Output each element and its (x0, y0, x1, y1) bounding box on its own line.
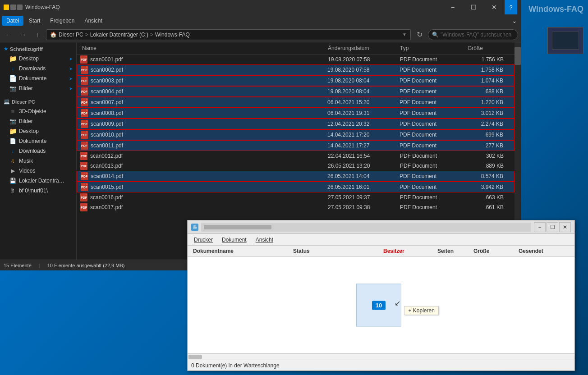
file-type: PDF Document (398, 203, 466, 211)
table-row[interactable]: PDFscan0015.pdf 26.05.2021 16:01 PDF Doc… (77, 182, 514, 192)
music-icon: ♫ (9, 157, 16, 165)
file-size: 889 KB (466, 163, 511, 169)
file-size: 2.274 KB (465, 121, 510, 127)
sidebar-item-network[interactable]: 🗎 bf 0\murf01\ (0, 186, 76, 196)
table-row[interactable]: PDFscan0014.pdf 26.05.2021 14:04 PDF Doc… (77, 171, 514, 182)
printer-scroll-thumb[interactable] (188, 355, 202, 359)
menu-ansicht[interactable]: Ansicht (80, 16, 106, 26)
status-total: 15 Elemente (4, 263, 32, 268)
path-sep-1: > (85, 32, 88, 38)
menu-datei[interactable]: Datei (2, 16, 23, 26)
printer-menu-drucker[interactable]: Drucker (189, 235, 217, 244)
printer-menu-dokument[interactable]: Dokument (217, 235, 251, 244)
table-row[interactable]: PDFscan0016.pdf 27.05.2021 09:37 PDF Doc… (77, 192, 514, 202)
menu-bar-right: ⌄ (510, 16, 519, 25)
file-name: scan0010.pdf (91, 132, 123, 138)
printer-list-header: Dokumentname Status Besitzer Seiten Größ… (188, 246, 574, 257)
table-row[interactable]: PDFscan0007.pdf 06.04.2021 15:20 PDF Doc… (77, 97, 514, 108)
table-row[interactable]: PDFscan0013.pdf 26.05.2021 13:20 PDF Doc… (77, 161, 514, 171)
printer-status-text: 0 Dokument(e) in der Warteschlange (191, 362, 280, 369)
printer-minimize-button[interactable]: − (534, 222, 546, 232)
menu-start[interactable]: Start (24, 16, 45, 26)
header-date[interactable]: Änderungsdatum (326, 44, 398, 52)
file-name: scan0007.pdf (91, 99, 123, 105)
sidebar-item-bilder-quick[interactable]: 📷 Bilder ➤ (0, 83, 76, 93)
path-dieser-pc: Dieser PC (59, 32, 83, 38)
sidebar-item-dokumente-pc[interactable]: 📄 Dokumente (0, 136, 76, 146)
sidebar-item-desktop-pc[interactable]: 📁 Desktop (0, 126, 76, 136)
image-icon-2: 📷 (9, 118, 16, 125)
header-type[interactable]: Typ (398, 44, 466, 52)
printer-menu-bar: Drucker Dokument Ansicht (188, 234, 574, 246)
download-icon-2: ↓ (9, 147, 16, 155)
folder-icon-3: 📁 (9, 128, 16, 135)
file-date: 26.05.2021 14:04 (326, 172, 398, 180)
sidebar-item-dokumente-quick[interactable]: 📄 Dokumente ➤ (0, 73, 76, 83)
search-box[interactable]: 🔍 "Windows-FAQ" durchsuchen (428, 29, 518, 40)
path-windows-faq: Windows-FAQ (155, 32, 190, 38)
maximize-button[interactable]: ☐ (463, 0, 484, 14)
sidebar-item-videos[interactable]: ▶ Videos (0, 166, 76, 176)
sidebar-label-downloads-pc: Downloads (19, 148, 46, 154)
printer-header-docname: Dokumentname (191, 247, 291, 255)
sidebar-item-bilder-pc[interactable]: 📷 Bilder (0, 116, 76, 126)
up-button[interactable]: ↑ (32, 29, 43, 41)
sidebar-item-downloads-pc[interactable]: ↓ Downloads (0, 146, 76, 156)
table-row[interactable]: PDFscan0003.pdf 19.08.2020 08:04 PDF Doc… (77, 75, 514, 86)
video-icon: ▶ (9, 167, 16, 174)
printer-menu-ansicht-label: Ansicht (256, 237, 273, 243)
sidebar-item-downloads-quick[interactable]: ↓ Downloads ➤ (0, 64, 76, 73)
header-size[interactable]: Größe (466, 44, 511, 52)
file-size: 1.758 KB (465, 67, 510, 73)
folder-icon-2: 📄 (9, 75, 16, 82)
table-row[interactable]: PDFscan0011.pdf 14.04.2021 17:27 PDF Doc… (77, 140, 514, 151)
printer-window-title (201, 223, 531, 232)
file-name: scan0001.pdf (90, 56, 123, 63)
file-name: scan0003.pdf (91, 78, 123, 84)
table-row[interactable]: PDFscan0009.pdf 12.04.2021 20:32 PDF Doc… (77, 119, 514, 129)
printer-title-controls: − ☐ ✕ (534, 222, 571, 232)
table-row[interactable]: PDFscan0012.pdf 22.04.2021 16:54 PDF Doc… (77, 151, 514, 161)
minimize-button[interactable]: − (442, 0, 463, 14)
drag-thumbnail: 10 (356, 284, 401, 327)
sidebar-item-3d-objekte[interactable]: ◾ 3D-Objekte (0, 106, 76, 116)
home-icon: 🏠 (50, 32, 57, 38)
printer-header-groesse: Größe (472, 247, 517, 255)
forward-button[interactable]: → (17, 29, 29, 41)
file-name: scan0017.pdf (90, 204, 123, 210)
refresh-button[interactable]: ↻ (413, 29, 425, 41)
quick-access-label: Schnellzugriff (10, 46, 43, 52)
file-name: scan0012.pdf (90, 153, 123, 159)
sidebar-item-desktop-quick[interactable]: 📁 Desktop ➤ (0, 54, 76, 64)
menu-freigeben[interactable]: Freigeben (46, 16, 79, 26)
copy-tooltip: + Kopieren (404, 306, 438, 315)
sidebar-label-desktop-pc: Desktop (19, 128, 39, 134)
sidebar-label-dokumente-pc: Dokumente (19, 138, 46, 144)
address-path[interactable]: 🏠 Dieser PC > Lokaler Datenträger (C:) >… (46, 29, 411, 40)
header-name[interactable]: Name (80, 44, 326, 52)
file-type: PDF Document (398, 55, 466, 64)
close-button[interactable]: ✕ (484, 0, 505, 14)
printer-horizontal-scrollbar[interactable] (188, 353, 574, 360)
path-dropdown-button[interactable]: ▼ (402, 32, 407, 37)
table-row[interactable]: PDFscan0002.pdf 19.08.2020 07:58 PDF Doc… (77, 64, 514, 75)
file-date: 22.04.2021 16:54 (326, 152, 398, 160)
table-row[interactable]: PDFscan0008.pdf 06.04.2021 19:31 PDF Doc… (77, 108, 514, 119)
table-row[interactable]: PDFscan0001.pdf 19.08.2020 07:58 PDF Doc… (77, 55, 514, 64)
title-bar-squares (4, 5, 23, 10)
menu-chevron-icon[interactable]: ⌄ (510, 16, 519, 25)
sidebar-item-musik[interactable]: ♫ Musik (0, 156, 76, 166)
file-date: 19.08.2020 08:04 (326, 87, 398, 96)
help-button[interactable]: ? (505, 0, 517, 14)
table-row[interactable]: PDFscan0004.pdf 19.08.2020 08:04 PDF Doc… (77, 86, 514, 97)
printer-menu-ansicht[interactable]: Ansicht (251, 235, 278, 244)
sidebar-item-lokaler[interactable]: 💾 Lokaler Datenträ… (0, 176, 76, 186)
printer-title-bar: 🖶 − ☐ ✕ (188, 220, 574, 234)
scrollbar-thumb[interactable] (514, 47, 521, 65)
printer-close-button[interactable]: ✕ (559, 222, 571, 232)
printer-status-bar: 0 Dokument(e) in der Warteschlange (188, 360, 574, 370)
table-row[interactable]: PDFscan0010.pdf 14.04.2021 17:20 PDF Doc… (77, 129, 514, 140)
table-row[interactable]: PDFscan0017.pdf 27.05.2021 09:38 PDF Doc… (77, 202, 514, 212)
printer-maximize-button[interactable]: ☐ (547, 222, 558, 232)
back-button[interactable]: ← (3, 29, 14, 41)
